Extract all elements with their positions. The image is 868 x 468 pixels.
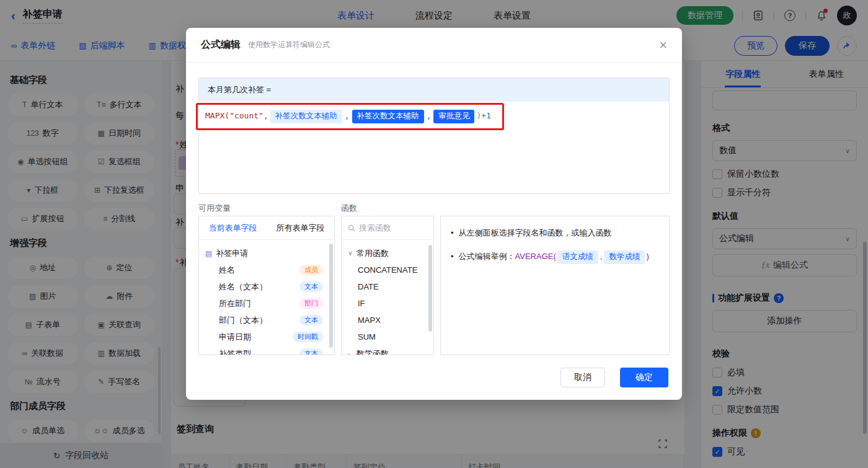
variable-field-姓名[interactable]: 姓名成员 [205, 262, 330, 278]
example-comma: , [600, 252, 603, 261]
functions-label: 函数 [341, 203, 434, 216]
function-search-input[interactable] [359, 223, 427, 232]
field-type-badge: 文本 [299, 315, 323, 325]
functions-scrollbar[interactable] [428, 245, 432, 332]
modal-subtitle: 使用数学运算符编辑公式 [248, 40, 330, 50]
help-column: • 从左侧面板选择字段名和函数，或输入函数 • 公式编辑举例：AVERAGE(语… [440, 203, 670, 355]
example-field-token: 数学成绩 [604, 250, 645, 264]
help-label-spacer [440, 203, 670, 216]
variables-column: 可用变量 当前表单字段所有表单字段 ▤补签申请姓名成员姓名（文本）文本所在部门部… [198, 203, 335, 355]
field-type-badge: 部门 [299, 298, 323, 309]
modal-header: 公式编辑 使用数学运算符编辑公式 × [186, 28, 682, 63]
functions-column: 函数 ∨常用函数CONCATENATEDATEIFMAPXSUM›数学函数›文本… [341, 203, 434, 355]
function-group-name: 数学函数 [356, 348, 389, 356]
variable-field-name: 姓名 [219, 265, 299, 276]
variables-list: ▤补签申请姓名成员姓名（文本）文本所在部门部门部门（文本）文本申请日期时间戳补签… [199, 240, 334, 355]
form-doc-icon: ▤ [205, 249, 212, 258]
field-type-badge: 文本 [299, 348, 323, 355]
formula-editor-modal: 公式编辑 使用数学运算符编辑公式 × 本月第几次补签 = MAPX("count… [186, 28, 682, 400]
example-close-paren: ) [646, 252, 649, 261]
formula-target: 本月第几次补签 = [199, 78, 669, 102]
function-item-CONCATENATE[interactable]: CONCATENATE [348, 262, 431, 278]
help-panel: • 从左侧面板选择字段名和函数，或输入函数 • 公式编辑举例：AVERAGE(语… [440, 216, 670, 355]
help-tip-text: 从左侧面板选择字段名和函数，或输入函数 [459, 226, 612, 240]
function-group-常用函数[interactable]: ∨常用函数 [348, 245, 431, 262]
example-function: AVERAGE( [515, 252, 556, 261]
function-item-DATE[interactable]: DATE [348, 278, 431, 295]
bullet-icon: • [451, 250, 454, 264]
function-item-MAPX[interactable]: MAPX [348, 312, 431, 329]
field-type-badge: 时间戳 [293, 332, 323, 342]
formula-comma: , [426, 111, 432, 120]
function-group-name: 常用函数 [356, 248, 389, 259]
functions-list: ∨常用函数CONCATENATEDATEIFMAPXSUM›数学函数›文本函数 [342, 240, 433, 355]
example-label: 公式编辑举例： [459, 252, 515, 261]
cancel-button[interactable]: 取消 [560, 368, 605, 387]
search-icon [348, 224, 355, 232]
variables-tab-2[interactable]: 所有表单字段 [267, 216, 334, 239]
help-tip-1: • 从左侧面板选择字段名和函数，或输入函数 [451, 226, 659, 240]
function-item-IF[interactable]: IF [348, 295, 431, 312]
variable-field-name: 部门（文本） [219, 315, 299, 326]
formula-editor: 本月第几次补签 = MAPX("count",补签次数文本辅助,补签次数文本辅助… [198, 77, 670, 194]
variables-label: 可用变量 [198, 203, 335, 216]
variable-field-补签类型[interactable]: 补签类型文本 [205, 345, 330, 355]
formula-field-token[interactable]: 审批意见 [433, 110, 474, 123]
app-window: ‹ 补签申请 表单设计流程设定表单设置 数据管理 ? 政 ∞表单外链▨后端 [0, 0, 868, 468]
variables-tabs: 当前表单字段所有表单字段 [199, 216, 334, 240]
close-icon[interactable]: × [659, 38, 667, 52]
form-name: 补签申请 [216, 248, 248, 259]
help-example: 公式编辑举例：AVERAGE(语文成绩,数学成绩) [459, 250, 649, 264]
variables-panel: 当前表单字段所有表单字段 ▤补签申请姓名成员姓名（文本）文本所在部门部门部门（文… [198, 216, 335, 355]
help-tip-2: • 公式编辑举例：AVERAGE(语文成绩,数学成绩) [451, 250, 659, 264]
variable-field-name: 补签类型 [219, 348, 299, 356]
formula-expression[interactable]: MAPX("count",补签次数文本辅助,补签次数文本辅助,审批意见)+1 [199, 102, 669, 131]
formula-function-prefix: MAPX("count", [205, 111, 268, 120]
functions-panel: ∨常用函数CONCATENATEDATEIFMAPXSUM›数学函数›文本函数 [341, 216, 434, 355]
formula-field-token[interactable]: 补签次数文本辅助 [352, 110, 424, 123]
formula-comma: , [344, 111, 350, 120]
variable-field-姓名（文本）[interactable]: 姓名（文本）文本 [205, 278, 330, 295]
variable-field-所在部门[interactable]: 所在部门部门 [205, 295, 330, 312]
example-field-token: 语文成绩 [557, 250, 598, 264]
modal-columns: 可用变量 当前表单字段所有表单字段 ▤补签申请姓名成员姓名（文本）文本所在部门部… [198, 203, 670, 355]
chevron-right-icon: › [348, 350, 356, 356]
variables-form-row[interactable]: ▤补签申请 [205, 245, 330, 262]
bullet-icon: • [451, 226, 454, 240]
variable-field-部门（文本）[interactable]: 部门（文本）文本 [205, 312, 330, 329]
example-args: 语文成绩,数学成绩 [556, 252, 647, 261]
modal-title: 公式编辑 [201, 38, 241, 51]
formula-field-token[interactable]: 补签次数文本辅助 [270, 110, 342, 123]
field-type-badge: 成员 [299, 265, 323, 275]
confirm-button[interactable]: 确定 [620, 368, 668, 387]
variables-tab-1[interactable]: 当前表单字段 [199, 216, 267, 239]
modal-footer: 取消 确定 [560, 368, 668, 387]
function-item-SUM[interactable]: SUM [348, 329, 431, 345]
variable-field-name: 姓名（文本） [219, 281, 299, 293]
chevron-down-icon: ∨ [348, 249, 356, 257]
variable-field-申请日期[interactable]: 申请日期时间戳 [205, 329, 330, 345]
function-search[interactable] [342, 216, 433, 240]
formula-suffix: +1 [481, 111, 491, 120]
function-group-数学函数[interactable]: ›数学函数 [348, 345, 431, 355]
variable-field-name: 所在部门 [219, 298, 299, 309]
variable-field-name: 申请日期 [219, 332, 293, 343]
variables-scrollbar[interactable] [329, 244, 333, 348]
field-type-badge: 文本 [299, 281, 323, 292]
